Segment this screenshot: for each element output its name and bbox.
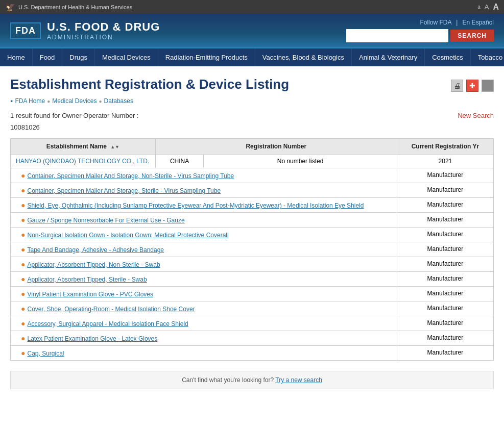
device-name-cell: ●Latex Patient Examination Glove - Latex… [11, 331, 397, 346]
search-button[interactable]: SEARCH [450, 30, 494, 42]
device-row: ●Non-Surgical Isolation Gown - Isolation… [11, 228, 494, 242]
bullet-icon: ● [21, 216, 25, 224]
nav-item-home[interactable]: Home [0, 48, 33, 66]
new-search-link[interactable]: New Search [458, 112, 494, 119]
country-cell: CHINA [155, 155, 204, 168]
device-row: ●Applicator, Absorbent Tipped, Sterile -… [11, 272, 494, 287]
more-icon[interactable] [482, 80, 494, 92]
font-size-controls[interactable]: a A A [477, 3, 499, 12]
device-row: ●Cover, Shoe, Operating-Room - Medical I… [11, 301, 494, 316]
device-link[interactable]: Gauze / Sponge Nonresorbable For Externa… [27, 217, 184, 224]
device-type-cell: Manufacturer [397, 242, 493, 257]
nav-item-vaccines[interactable]: Vaccines, Blood & Biologics [255, 48, 352, 66]
bullet-icon: ● [21, 201, 25, 209]
device-type-cell: Manufacturer [397, 301, 493, 316]
device-link[interactable]: Shield, Eye, Ophthalmic (Including Sunla… [27, 202, 364, 209]
add-icon[interactable]: ✚ [466, 80, 478, 92]
sub-title: ADMINISTRATION [47, 34, 160, 41]
device-link[interactable]: Tape And Bandage, Adhesive - Adhesive Ba… [27, 246, 164, 254]
device-link[interactable]: Container, Specimen Mailer And Storage, … [27, 187, 221, 194]
device-name-cell: ●Tape And Bandage, Adhesive - Adhesive B… [11, 242, 397, 257]
device-type-cell: Manufacturer [397, 287, 493, 301]
device-name-cell: ●Accessory, Surgical Apparel - Medical I… [11, 316, 397, 331]
device-row: ●Applicator, Absorbent Tipped, Non-Steri… [11, 257, 494, 272]
font-size-medium[interactable]: A [485, 3, 489, 11]
device-name-cell: ●Gauze / Sponge Nonresorbable For Extern… [11, 213, 397, 228]
device-type-cell: Manufacturer [397, 331, 493, 346]
agency-name-block: U.S. FOOD & DRUG ADMINISTRATION [47, 20, 160, 41]
hhs-eagle-icon: 🦅 [5, 2, 15, 12]
main-content: Establishment Registration & Device List… [0, 66, 504, 394]
bullet-icon: ● [21, 260, 25, 268]
font-size-small[interactable]: a [477, 4, 481, 10]
device-link[interactable]: Applicator, Absorbent Tipped, Sterile - … [27, 276, 147, 283]
divider: | [456, 19, 459, 26]
device-link[interactable]: Applicator, Absorbent Tipped, Non-Steril… [27, 261, 160, 268]
device-name-cell: ●Applicator, Absorbent Tipped, Non-Steri… [11, 257, 397, 272]
search-input[interactable] [346, 29, 448, 42]
device-type-cell: Manufacturer [397, 228, 493, 242]
agency-info: 🦅 U.S. Department of Health & Human Serv… [5, 2, 132, 12]
follow-fda-link[interactable]: Follow FDA [420, 19, 451, 26]
bullet-icon: ● [21, 245, 25, 254]
device-link[interactable]: Cap, Surgical [27, 350, 64, 357]
col-header-establishment: Establishment Name ▲▼ [11, 139, 156, 155]
site-header: FDA U.S. FOOD & DRUG ADMINISTRATION Foll… [0, 14, 504, 47]
device-name-cell: ●Cover, Shoe, Operating-Room - Medical I… [11, 301, 397, 316]
device-link[interactable]: Cover, Shoe, Operating-Room - Medical Is… [27, 306, 195, 313]
establishment-row: HANYAO (QINGDAO) TECHNOLOGY CO., LTD. CH… [11, 155, 494, 168]
bullet-icon: ● [21, 186, 25, 194]
device-name-cell: ●Non-Surgical Isolation Gown - Isolation… [11, 228, 397, 242]
nav-item-medical-devices[interactable]: Medical Devices [95, 48, 158, 66]
device-type-cell: Manufacturer [397, 346, 493, 361]
device-row: ●Gauze / Sponge Nonresorbable For Extern… [11, 213, 494, 228]
result-info: 1 result found for Owner Operator Number… [10, 112, 138, 135]
device-row: ●Container, Specimen Mailer And Storage,… [11, 183, 494, 198]
device-link[interactable]: Latex Patient Examination Glove - Latex … [27, 335, 157, 342]
device-link[interactable]: Container, Specimen Mailer And Storage, … [27, 172, 234, 180]
device-name-cell: ●Shield, Eye, Ophthalmic (Including Sunl… [11, 198, 397, 213]
nav-item-animal[interactable]: Animal & Veterinary [352, 48, 425, 66]
nav-item-food[interactable]: Food [33, 48, 63, 66]
logo-area: FDA U.S. FOOD & DRUG ADMINISTRATION [10, 20, 160, 41]
nav-item-tobacco[interactable]: Tobacco Products [471, 48, 504, 66]
breadcrumb-medical-devices[interactable]: Medical Devices [52, 97, 97, 105]
navigation-bar: Home Food Drugs Medical Devices Radiatio… [0, 47, 504, 66]
col-header-year: Current Registration Yr [397, 139, 493, 155]
bullet-icon: ● [21, 171, 25, 180]
device-link[interactable]: Vinyl Patient Examination Glove - PVC Gl… [27, 291, 153, 298]
device-type-cell: Manufacturer [397, 198, 493, 213]
sep-1: ● [47, 98, 50, 104]
device-link[interactable]: Non-Surgical Isolation Gown - Isolation … [27, 232, 228, 239]
espanol-link[interactable]: En Español [463, 19, 494, 26]
device-row: ●Latex Patient Examination Glove - Latex… [11, 331, 494, 346]
device-row: ●Shield, Eye, Ophthalmic (Including Sunl… [11, 198, 494, 213]
agency-name: U.S. Department of Health & Human Servic… [18, 4, 132, 10]
device-link[interactable]: Accessory, Surgical Apparel - Medical Is… [27, 320, 188, 327]
nav-item-radiation[interactable]: Radiation-Emitting Products [158, 48, 255, 66]
establishment-link[interactable]: HANYAO (QINGDAO) TECHNOLOGY CO., LTD. [16, 158, 149, 165]
nav-item-cosmetics[interactable]: Cosmetics [425, 48, 471, 66]
try-new-search-link[interactable]: Try a new search [275, 376, 322, 384]
device-name-cell: ●Vinyl Patient Examination Glove - PVC G… [11, 287, 397, 301]
font-size-large[interactable]: A [493, 3, 499, 12]
page-title: Establishment Registration & Device List… [10, 77, 289, 92]
device-type-cell: Manufacturer [397, 183, 493, 198]
breadcrumb-databases[interactable]: Databases [104, 97, 133, 105]
nav-item-drugs[interactable]: Drugs [62, 48, 95, 66]
search-area: SEARCH [346, 29, 494, 42]
bullet-icon: ● [21, 290, 25, 298]
device-type-cell: Manufacturer [397, 168, 493, 183]
operator-number: 10081026 [10, 123, 40, 131]
breadcrumb-fda-home[interactable]: FDA Home [15, 97, 45, 105]
device-name-cell: ●Container, Specimen Mailer And Storage,… [11, 168, 397, 183]
sort-arrows[interactable]: ▲▼ [110, 144, 119, 149]
current-year-cell: 2021 [397, 155, 493, 168]
breadcrumb-icon-1: ● [10, 98, 13, 104]
bullet-icon: ● [21, 334, 25, 342]
bullet-icon: ● [21, 231, 25, 239]
print-icon[interactable]: 🖨 [451, 80, 463, 92]
bullet-icon: ● [21, 319, 25, 327]
bullet-icon: ● [21, 349, 25, 357]
results-table: Establishment Name ▲▼ Registration Numbe… [10, 138, 494, 361]
